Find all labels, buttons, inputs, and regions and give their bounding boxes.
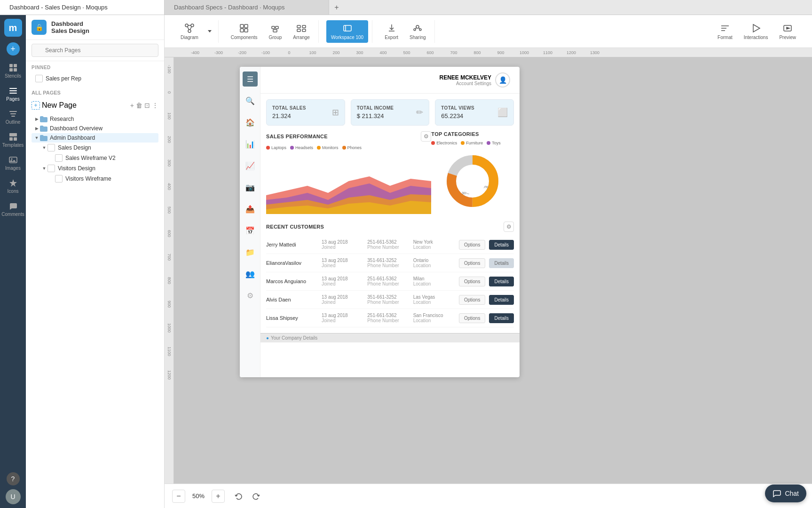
diagram-dropdown[interactable] — [205, 28, 214, 34]
options-button-0[interactable]: Options — [459, 240, 485, 250]
sidebar-item-templates[interactable]: Templates — [0, 128, 26, 151]
chevron-research: ▶ — [33, 116, 40, 122]
options-button-4[interactable]: Options — [459, 313, 485, 323]
dash-nav-export[interactable]: 📤 — [243, 201, 258, 216]
sales-performance-header: SALES PERFORMANCE ⚙ — [266, 131, 431, 142]
tree-row-sales-wireframe[interactable]: Sales Wireframe V2 — [47, 153, 158, 163]
dash-content-header: RENEE MCKELVEY Account Settings 👤 — [260, 67, 520, 94]
dash-nav-photo[interactable]: 📷 — [243, 180, 258, 195]
group-button[interactable]: Group — [264, 20, 287, 43]
stencils-label: Stencils — [5, 73, 21, 79]
new-page-row[interactable]: + New Page + 🗑 ⊡ ⋮ — [32, 99, 158, 111]
tab-active[interactable]: Dashboard - Sales Design · Moqups — [0, 0, 165, 15]
options-button-3[interactable]: Options — [459, 295, 485, 305]
diagram-button[interactable]: Diagram — [176, 20, 203, 43]
pinned-page-item[interactable]: Sales per Rep — [32, 73, 158, 84]
legend-toys: Toys — [487, 141, 501, 145]
customer-row-2: Marcos Anguiano 13 aug 2018Joined 251-66… — [266, 272, 514, 291]
dash-nav-line[interactable]: 📈 — [243, 158, 258, 173]
stat-sales-icon: ⊞ — [332, 107, 339, 118]
ruler-mark: 500 — [395, 50, 418, 55]
dash-nav-settings[interactable]: ⚙ — [243, 288, 258, 303]
options-button-2[interactable]: Options — [459, 277, 485, 286]
details-button-3[interactable]: Details — [489, 295, 514, 305]
zoom-minus-button[interactable]: − — [172, 490, 185, 503]
tree-row-admin-dashboard[interactable]: ▼ Admin Dashboard — [32, 133, 158, 143]
svg-line-40 — [419, 28, 420, 29]
add-tab-button[interactable]: + — [329, 0, 344, 15]
interactions-button[interactable]: Interactions — [739, 20, 773, 43]
components-button[interactable]: Components — [226, 20, 262, 43]
details-button-1[interactable]: Details — [489, 258, 514, 268]
ruler-mark: 1000 — [512, 50, 536, 55]
customer-row-0: Jerry Mattedi 13 aug 2018Joined 251-661-… — [266, 236, 514, 254]
tree-row-visitors-wireframe[interactable]: Visitors Wireframe — [47, 174, 158, 184]
customers-header: RECENT CUSTOMERS ⚙ — [266, 222, 514, 232]
details-button-4[interactable]: Details — [489, 313, 514, 323]
customer-location-3: Las VegasLocation — [413, 294, 455, 305]
canvas-scroll[interactable]: ☰ 🔍 🏠 📊 📈 📷 📤 📅 📁 👥 ⚙ — [174, 57, 812, 484]
dash-menu-icon[interactable]: ☰ — [243, 71, 258, 87]
svg-rect-9 — [11, 116, 15, 117]
add-icon[interactable]: + — [130, 102, 134, 109]
customer-location-2: MilanLocation — [413, 276, 455, 286]
chat-label: Chat — [785, 490, 799, 497]
details-button-2[interactable]: Details — [489, 277, 514, 286]
dash-user-sub: Account Settings — [440, 81, 491, 86]
redo-button[interactable] — [249, 490, 262, 503]
format-button[interactable]: Format — [713, 20, 737, 43]
arrange-button[interactable]: Arrange — [288, 20, 315, 43]
sidebar-item-pages[interactable]: Pages — [0, 82, 26, 105]
svg-point-18 — [188, 30, 191, 32]
options-button-1[interactable]: Options — [459, 258, 485, 268]
more-icon[interactable]: ⋮ — [152, 102, 158, 109]
dash-avatar[interactable]: 👤 — [495, 72, 510, 87]
svg-line-21 — [190, 26, 192, 30]
stat-sales-info: TOTAL SALES 21.324 — [272, 105, 306, 119]
page-icon-visitors-wireframe — [55, 175, 63, 183]
undo-button[interactable] — [232, 490, 245, 503]
chat-button[interactable]: Chat — [765, 484, 806, 502]
dash-nav-home[interactable]: 🏠 — [243, 115, 258, 130]
workspace-button[interactable]: Workspace 100 — [326, 20, 368, 43]
customer-phone-3: 351-661-3252Phone Number — [367, 294, 409, 305]
sidebar-item-stencils[interactable]: Stencils — [0, 59, 26, 82]
sidebar-item-icons[interactable]: Icons — [0, 175, 26, 198]
dash-nav-calendar[interactable]: 📅 — [243, 223, 258, 238]
ruler-mark: -300 — [207, 50, 230, 55]
pages-header: ALL PAGES — [32, 90, 158, 95]
stat-total-sales: TOTAL SALES 21.324 ⊞ — [266, 99, 345, 126]
sharing-button[interactable]: Sharing — [405, 20, 430, 43]
dash-nav-users[interactable]: 👥 — [243, 266, 258, 281]
sidebar-item-outline[interactable]: Outline — [0, 105, 26, 128]
sidebar-item-images[interactable]: Images — [0, 151, 26, 175]
customer-name-0: Jerry Mattedi — [266, 242, 318, 247]
search-input[interactable] — [32, 44, 158, 57]
sidebar-item-comments[interactable]: Comments — [0, 198, 26, 221]
tree-row-dashboard-overview[interactable]: ▶ Dashboard Overview — [32, 124, 158, 133]
preview-button[interactable]: Preview — [774, 20, 801, 43]
dash-nav-search[interactable]: 🔍 — [243, 93, 258, 108]
svg-rect-25 — [240, 29, 244, 32]
stat-sales-value: 21.324 — [272, 112, 306, 119]
tree-row-research[interactable]: ▶ Research — [32, 114, 158, 124]
tree-row-sales-design[interactable]: ▼ Sales Design — [39, 143, 158, 153]
tab2-label: Dashboard Specs - Dashboard · Moqups — [174, 4, 285, 11]
details-button-0[interactable]: Details — [489, 240, 514, 250]
sales-chart-settings[interactable]: ⚙ — [421, 131, 431, 142]
tree-row-visitors-design[interactable]: ▼ Visitors Design — [39, 163, 158, 174]
export-button[interactable]: Export — [380, 20, 403, 43]
help-button[interactable]: ? — [7, 472, 20, 485]
ruler-top: -400 -300 -200 -100 0 100 200 300 400 50… — [165, 48, 812, 57]
dash-nav-file[interactable]: 📁 — [243, 245, 258, 260]
copy-icon[interactable]: ⊡ — [144, 102, 150, 109]
tab-inactive[interactable]: Dashboard Specs - Dashboard · Moqups — [165, 0, 329, 15]
zoom-plus-button[interactable]: + — [212, 490, 225, 503]
svg-marker-44 — [753, 24, 760, 32]
delete-icon[interactable]: 🗑 — [136, 102, 142, 109]
dash-nav-bar[interactable]: 📊 — [243, 136, 258, 151]
add-page-button[interactable]: + — [7, 42, 20, 56]
user-avatar[interactable]: U — [6, 489, 21, 504]
dash-footer: ● Your Company Details — [260, 333, 520, 342]
customers-settings[interactable]: ⚙ — [504, 222, 514, 232]
